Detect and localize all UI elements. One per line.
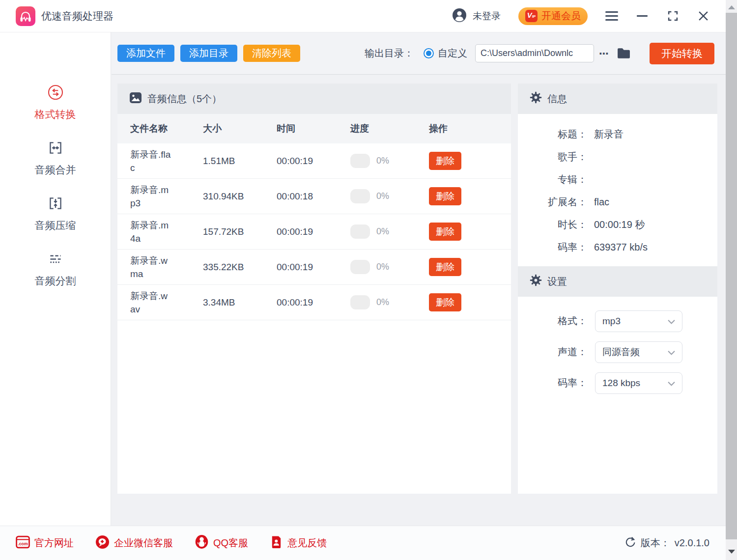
cell-filename: 新录音.flac	[130, 148, 203, 174]
info-field: 码率： 639377 kb/s	[518, 236, 717, 258]
start-convert-button[interactable]: 开始转换	[650, 43, 714, 64]
footer-link-label: QQ客服	[213, 536, 248, 550]
cell-filename: 新录音.m4a	[130, 219, 203, 245]
sidebar-item-label: 格式转换	[35, 108, 76, 121]
col-size: 大小	[203, 122, 277, 135]
titlebar: 优速音频处理器 未登录 VIP 开通会员	[0, 0, 737, 32]
progress-percent: 0%	[376, 262, 389, 272]
file-list-panel: 音频信息（5个） 文件名称 大小 时间 进度 操作 新录音.flac 1.51M…	[117, 84, 511, 494]
website-icon: .com	[16, 535, 30, 551]
col-action: 操作	[429, 122, 498, 135]
qq-support-link[interactable]: QQ客服	[195, 534, 248, 552]
sidebar-item-label: 音频合并	[35, 163, 76, 177]
progress-percent: 0%	[376, 191, 389, 201]
settings-field: 码率： 128 kbps	[518, 367, 717, 398]
chevron-down-icon	[668, 378, 675, 389]
menu-icon[interactable]	[605, 11, 618, 21]
clear-list-button[interactable]: 清除列表	[243, 45, 300, 62]
progress-percent: 0%	[376, 297, 389, 308]
sidebar: 格式转换 音频合并 音频压缩	[0, 32, 111, 526]
feedback-link[interactable]: 意见反馈	[270, 535, 327, 551]
footer-link-label: 官方网址	[34, 536, 74, 550]
sidebar-item-format-convert[interactable]: 格式转换	[35, 84, 76, 121]
gear-icon	[530, 274, 542, 289]
progress-bar	[350, 189, 370, 203]
field-label: 声道：	[518, 345, 587, 359]
delete-button[interactable]: 删除	[429, 293, 461, 311]
scroll-down-arrow-icon[interactable]	[726, 547, 737, 556]
channel-select[interactable]: 同源音频	[595, 341, 682, 363]
maximize-button[interactable]	[666, 10, 679, 23]
table-row[interactable]: 新录音.mp3 310.94KB 00:00:18 0% 删除	[117, 179, 511, 214]
audio-merge-icon	[47, 139, 64, 157]
svg-text:.com: .com	[18, 541, 28, 546]
add-file-button[interactable]: 添加文件	[117, 45, 174, 62]
scrollbar-thumb[interactable]	[726, 13, 737, 539]
audio-info-icon	[129, 91, 142, 107]
field-label: 时长：	[518, 218, 587, 231]
scroll-up-arrow-icon[interactable]	[726, 3, 737, 12]
login-status[interactable]: 未登录	[452, 8, 501, 25]
sidebar-item-audio-compress[interactable]: 音频压缩	[35, 195, 76, 232]
cell-progress: 0%	[350, 260, 429, 274]
open-folder-icon[interactable]	[617, 47, 631, 60]
field-label: 歌手：	[518, 150, 587, 164]
info-panel-header: 信息	[518, 84, 717, 114]
add-folder-button[interactable]: 添加目录	[180, 45, 237, 62]
version-value: v2.0.1.0	[675, 537, 709, 549]
format-select[interactable]: mp3	[595, 310, 682, 332]
cell-progress: 0%	[350, 189, 429, 203]
footer-link-label: 意见反馈	[287, 536, 327, 550]
progress-bar	[350, 260, 370, 274]
official-site-link[interactable]: .com 官方网址	[16, 535, 74, 551]
select-value: 同源音频	[602, 346, 640, 359]
info-settings-panel: 信息 标题： 新录音 歌手： 专辑： 扩展名： flac 时长： 00:00:1…	[518, 84, 717, 494]
minimize-button[interactable]	[636, 10, 649, 23]
cell-size: 310.94KB	[203, 191, 277, 202]
chevron-down-icon	[668, 316, 675, 327]
close-button[interactable]	[697, 10, 709, 23]
col-time: 时间	[277, 122, 350, 135]
audio-split-icon	[47, 250, 64, 268]
bitrate-select[interactable]: 128 kbps	[595, 372, 682, 394]
custom-dir-radio[interactable]	[424, 48, 434, 58]
delete-button[interactable]: 删除	[429, 223, 461, 241]
cell-progress: 0%	[350, 224, 429, 239]
info-panel-title: 信息	[547, 92, 567, 106]
table-row[interactable]: 新录音.wma 335.22KB 00:00:19 0% 删除	[117, 250, 511, 285]
version-label: 版本：	[641, 536, 670, 550]
delete-button[interactable]: 删除	[429, 187, 461, 205]
cell-filename: 新录音.wav	[130, 289, 203, 316]
cell-progress: 0%	[350, 154, 429, 168]
app-title: 优速音频处理器	[41, 9, 113, 23]
table-row[interactable]: 新录音.m4a 157.72KB 00:00:19 0% 删除	[117, 214, 511, 250]
info-field: 标题： 新录音	[518, 123, 717, 145]
output-dir-label: 输出目录：	[365, 47, 414, 60]
output-path-input[interactable]	[475, 44, 594, 62]
settings-field: 声道： 同源音频	[518, 336, 717, 367]
info-field: 歌手：	[518, 145, 717, 168]
user-avatar-icon	[452, 8, 467, 25]
open-vip-button[interactable]: VIP 开通会员	[518, 7, 588, 25]
window-scrollbar[interactable]	[726, 0, 737, 560]
progress-bar	[350, 224, 370, 239]
delete-button[interactable]: 删除	[429, 258, 461, 276]
col-progress: 进度	[350, 122, 429, 135]
qq-icon	[195, 534, 209, 552]
refresh-icon[interactable]	[624, 536, 636, 550]
select-value: 128 kbps	[602, 378, 640, 389]
sidebar-item-audio-split[interactable]: 音频分割	[35, 250, 76, 288]
table-row[interactable]: 新录音.wav 3.34MB 00:00:19 0% 删除	[117, 285, 511, 320]
more-options-button[interactable]: ⋯	[599, 48, 610, 59]
table-row[interactable]: 新录音.flac 1.51MB 00:00:19 0% 删除	[117, 143, 511, 179]
feedback-icon	[270, 535, 283, 551]
delete-button[interactable]: 删除	[429, 152, 461, 170]
field-label: 格式：	[518, 314, 587, 328]
info-fields: 标题： 新录音 歌手： 专辑： 扩展名： flac 时长： 00:00:19 秒…	[518, 114, 717, 258]
wechat-support-link[interactable]: 企业微信客服	[95, 535, 173, 552]
progress-bar	[350, 154, 370, 168]
sidebar-item-audio-merge[interactable]: 音频合并	[35, 139, 76, 177]
file-panel-title: 音频信息（5个）	[147, 92, 222, 106]
sidebar-item-label: 音频分割	[35, 274, 76, 288]
cell-size: 1.51MB	[203, 156, 277, 167]
